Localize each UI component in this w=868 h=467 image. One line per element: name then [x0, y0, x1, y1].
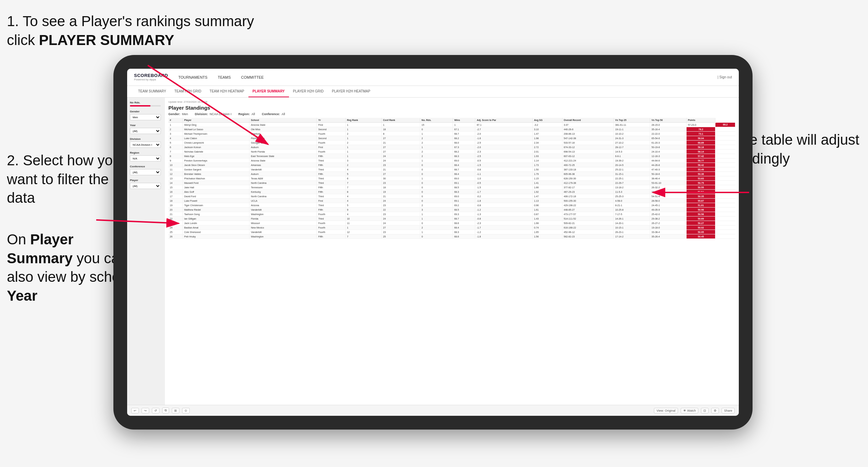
table-cell: North Carolina [249, 194, 317, 199]
table-cell: 377-82-17 [562, 185, 614, 190]
player-select[interactable]: (All) [130, 183, 161, 189]
table-cell: -0.8 [475, 216, 533, 221]
points-cell: 50.56 [686, 212, 715, 216]
table-cell: 6 [345, 176, 381, 181]
update-time: Update time: 27/03/2024 16:56:26 [168, 100, 735, 103]
copy-button[interactable]: ⧉ [162, 408, 169, 413]
table-cell: 68.5 [453, 185, 475, 190]
table-cell: 4 [168, 136, 182, 141]
redo-button[interactable]: ↪ [142, 408, 149, 413]
paste-button[interactable]: ⊞ [172, 408, 179, 413]
points-cell: 88.2 [715, 123, 735, 127]
tab-player-h2h-heatmap[interactable]: PLAYER H2H HEATMAP [328, 86, 375, 97]
table-row: 26Petr HrubyWashingtonFifth725068.6-1.81… [168, 234, 735, 239]
table-cell: 1 [420, 132, 453, 136]
table-cell: -2.5 [475, 141, 533, 145]
table-cell: 50-18-6 [650, 172, 687, 176]
table-cell: 17-14-2 [614, 234, 650, 239]
table-cell: 10-15-1 [614, 225, 650, 230]
region-value-display: All [252, 112, 255, 116]
table-row: 19Tiger ChristensenArizonaThird523269.2-… [168, 203, 735, 208]
table-cell: 27 [381, 225, 420, 230]
tab-player-summary[interactable]: PLAYER SUMMARY [248, 86, 289, 97]
points-cell: 55.49 [686, 167, 715, 172]
share-button[interactable]: Share [722, 408, 735, 413]
table-cell: Third [317, 176, 345, 181]
table-cell: 2 [420, 154, 453, 158]
table-cell: 10-25-8 [614, 208, 650, 212]
conference-select[interactable]: (All) [130, 169, 161, 175]
table-cell: 1.56 [532, 234, 562, 239]
points-cell: 55.87 [686, 199, 715, 203]
table-cell: 54-51-4 [650, 194, 687, 199]
table-cell: 12 [168, 172, 182, 176]
table-cell: 5 [345, 203, 381, 208]
table-cell: 2 [345, 141, 381, 145]
table-cell: Arizona State [249, 123, 317, 127]
table-cell: 607-63-12 [562, 154, 614, 158]
year-select[interactable]: (All) [130, 128, 161, 134]
gender-select[interactable]: Men [130, 114, 161, 120]
view-button[interactable]: View: Original [654, 408, 678, 413]
table-cell: 14-26-1 [614, 216, 650, 221]
table-cell: 1.92 [532, 190, 562, 194]
watch-button[interactable]: 👁 Watch [681, 408, 698, 413]
table-cell: 0 [420, 234, 453, 239]
table-cell: Third [317, 216, 345, 221]
nav-committee[interactable]: COMMITTEE [241, 74, 264, 81]
table-cell: First [317, 123, 345, 127]
table-cell: 68.5 [453, 208, 475, 212]
instruction-step1-bold: PLAYER SUMMARY [39, 32, 174, 48]
nav-tournaments[interactable]: TOURNAMENTS [178, 74, 208, 81]
no-rds-slider[interactable] [130, 105, 161, 107]
table-cell: 69.1 [453, 199, 475, 203]
table-cell: 1.66 [532, 185, 562, 190]
table-cell: 25 [168, 230, 182, 234]
table-cell: 0 [420, 167, 453, 172]
export-button[interactable]: ⊡ [701, 408, 709, 413]
sidebar-filters: No Rds. Gender Men Year (All) [127, 98, 165, 405]
table-cell: -2.0 [475, 132, 533, 136]
division-select[interactable]: NCAA Division I [130, 142, 161, 148]
division-filter-section: Division NCAA Division I [130, 137, 162, 148]
player-label: Player [130, 179, 162, 182]
tab-team-summary[interactable]: TEAM SUMMARY [134, 86, 170, 97]
table-cell: -1.8 [475, 199, 533, 203]
points-cell: 53.83 [686, 176, 715, 181]
table-cell: 24 [381, 221, 420, 225]
schedule-button[interactable]: ⊙ [182, 408, 190, 413]
table-row: 6Jackson KoivunAuburnFirst127167.3-2.02.… [168, 145, 735, 149]
table-cell: Georgia Tech [249, 141, 317, 145]
col-wins: Wins [453, 118, 475, 123]
tab-team-h2h-grid[interactable]: TEAM H2H GRID [170, 86, 205, 97]
settings-button[interactable]: ⚙ [711, 408, 719, 413]
region-select[interactable]: N/A [130, 155, 161, 162]
tab-team-h2h-heatmap[interactable]: TEAM H2H HEATMAP [205, 86, 248, 97]
points-cell: 50.95 [686, 230, 715, 234]
table-cell: 24 [381, 199, 420, 203]
table-cell: 27 [381, 172, 420, 176]
reset-button[interactable]: ↺ [152, 408, 159, 413]
table-cell: North Florida [249, 149, 317, 154]
col-avg-sg: Avg SG [532, 118, 562, 123]
tab-player-h2h-grid[interactable]: PLAYER H2H GRID [289, 86, 328, 97]
instruction-bottom-bold2: Year [7, 288, 37, 304]
table-cell: 2.72 [532, 145, 562, 149]
table-cell: -0.5 [475, 181, 533, 185]
table-cell: 57-23-0 [686, 123, 715, 127]
gender-label: Gender [130, 110, 162, 113]
table-cell: Wenyi Ding [182, 123, 249, 127]
table-cell: 473-177-57 [562, 212, 614, 216]
nav-sign-out[interactable]: | Sign out [717, 75, 732, 79]
nav-teams[interactable]: TEAMS [218, 74, 231, 81]
table-cell: Third [317, 203, 345, 208]
table-row: 8Mats EgeEast Tennessee StateFifth124268… [168, 154, 735, 158]
table-cell: Bastian Amat [182, 225, 249, 230]
logo-area: SCOREBOARD Powered by dippa [134, 73, 168, 81]
table-cell: 33-38-4 [650, 230, 687, 234]
table-cell: 1 [168, 123, 182, 127]
region-filter-section: Region N/A [130, 151, 162, 162]
table-cell: Auburn [249, 172, 317, 176]
undo-button[interactable]: ↩ [131, 408, 139, 413]
table-row: 21Taehoon SongWashingtonFourth423169.3-1… [168, 212, 735, 216]
